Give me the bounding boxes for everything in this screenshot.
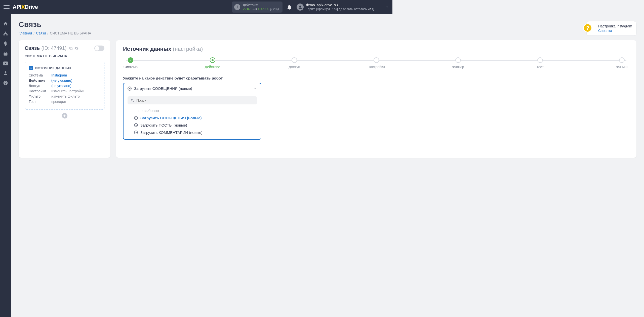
svg-point-6 bbox=[5, 71, 7, 73]
bell-icon[interactable] bbox=[287, 5, 292, 10]
svg-rect-4 bbox=[4, 53, 8, 56]
play-icon bbox=[128, 87, 132, 91]
src-action[interactable]: (не указано) bbox=[51, 78, 72, 83]
enable-toggle[interactable] bbox=[94, 46, 104, 51]
select-value: Загрузить СООБЩЕНИЯ (новые) bbox=[134, 86, 251, 91]
connection-summary-card: Связь (ID: 47491) СИСТЕМА НЕ ВЫБРАНА 1 И… bbox=[19, 40, 110, 158]
option-posts[interactable]: Загрузить ПОСТЫ (новые) bbox=[128, 122, 257, 129]
chevron-down-icon bbox=[385, 5, 389, 9]
actions-label: Действия: bbox=[243, 3, 279, 7]
user-tariff: Тариф |Премиум PRO| до оплаты осталось 2… bbox=[306, 7, 375, 11]
breadcrumb-home[interactable]: Главная bbox=[19, 31, 32, 35]
user-icon[interactable] bbox=[3, 70, 8, 75]
breadcrumb: Главная/Связи/СИСТЕМА НЕ ВЫБРАНА bbox=[19, 31, 392, 35]
play-icon bbox=[134, 131, 138, 134]
source-config-card: Источник данных (настройка) ✓Система Дей… bbox=[116, 40, 392, 158]
svg-rect-1 bbox=[5, 32, 6, 33]
action-select: Загрузить СООБЩЕНИЯ (новые) - не выбрано… bbox=[123, 83, 261, 140]
conn-subtitle: СИСТЕМА НЕ ВЫБРАНА bbox=[25, 54, 104, 58]
copy-icon[interactable] bbox=[69, 46, 73, 50]
src-filter[interactable]: изменить фильтр bbox=[51, 94, 80, 98]
select-dropdown: - не выбрано - Загрузить СООБЩЕНИЯ (новы… bbox=[124, 94, 261, 139]
step-access[interactable]: Доступ bbox=[287, 57, 302, 69]
app-header: APIXDrive i Действия: 22'078 из 100'000 … bbox=[0, 0, 392, 14]
source-box: 1 ИСТОЧНИК ДАННЫХ СистемаInstagram Дейст… bbox=[25, 62, 104, 109]
left-nav-rail bbox=[0, 14, 11, 194]
chevron-up-icon bbox=[253, 87, 257, 90]
briefcase-icon[interactable] bbox=[3, 51, 8, 56]
main-content: ? Настройка Instagram Справка Связь Глав… bbox=[11, 14, 392, 194]
info-icon: i bbox=[234, 4, 240, 10]
select-head[interactable]: Загрузить СООБЩЕНИЯ (новые) bbox=[124, 83, 261, 94]
card-title: Источник данных (настройка) bbox=[123, 46, 392, 52]
src-access[interactable]: (не указано) bbox=[51, 84, 71, 88]
dropdown-search[interactable] bbox=[128, 96, 257, 104]
src-test[interactable]: проверить bbox=[51, 100, 68, 104]
svg-point-9 bbox=[131, 99, 133, 101]
app-logo[interactable]: APIXDrive bbox=[13, 3, 38, 11]
breadcrumb-current: СИСТЕМА НЕ ВЫБРАНА bbox=[50, 31, 91, 35]
avatar-icon bbox=[297, 4, 304, 11]
step-settings[interactable]: Настройки bbox=[369, 57, 384, 69]
svg-rect-3 bbox=[6, 34, 8, 35]
search-icon bbox=[131, 99, 134, 102]
user-menu[interactable]: demo_apix-drive_s3 Тариф |Премиум PRO| д… bbox=[297, 3, 389, 11]
conn-title: Связь bbox=[25, 45, 40, 51]
actions-counter[interactable]: i Действия: 22'078 из 100'000 (22%) bbox=[232, 2, 282, 13]
conn-id: (ID: 47491) bbox=[41, 45, 66, 51]
svg-point-0 bbox=[299, 6, 301, 7]
play-icon bbox=[134, 123, 138, 127]
step-number-badge: 1 bbox=[29, 66, 33, 70]
src-system[interactable]: Instagram bbox=[51, 73, 67, 77]
play-icon bbox=[134, 116, 138, 120]
dollar-icon[interactable] bbox=[3, 41, 8, 46]
user-name: demo_apix-drive_s3 bbox=[306, 3, 375, 8]
option-placeholder[interactable]: - не выбрано - bbox=[128, 107, 257, 114]
home-icon[interactable] bbox=[3, 21, 8, 26]
youtube-icon[interactable] bbox=[3, 61, 8, 65]
option-messages[interactable]: Загрузить СООБЩЕНИЯ (новые) bbox=[128, 114, 257, 122]
page-title: Связь bbox=[19, 20, 392, 29]
logo-x-icon: X bbox=[21, 3, 25, 11]
source-head: ИСТОЧНИК ДАННЫХ bbox=[35, 66, 71, 70]
svg-rect-2 bbox=[4, 34, 5, 35]
step-system[interactable]: ✓Система bbox=[123, 57, 138, 69]
wizard-steps: ✓Система Действие Доступ Настройки Фильт… bbox=[123, 57, 392, 69]
actions-value: 22'078 из 100'000 (22%) bbox=[243, 7, 279, 11]
action-field-label: Укажите на какое действие будет срабатыв… bbox=[123, 76, 392, 80]
svg-rect-8 bbox=[70, 48, 72, 50]
src-settings[interactable]: изменить настройки bbox=[51, 89, 84, 93]
add-destination-button[interactable]: + bbox=[62, 113, 67, 118]
option-comments[interactable]: Загрузить КОММЕНТАРИИ (новые) bbox=[128, 129, 257, 136]
help-icon[interactable] bbox=[3, 81, 8, 86]
breadcrumb-links[interactable]: Связи bbox=[36, 31, 46, 35]
step-action[interactable]: Действие bbox=[205, 57, 220, 69]
search-input[interactable] bbox=[136, 98, 254, 102]
sitemap-icon[interactable] bbox=[3, 31, 8, 36]
gear-icon[interactable] bbox=[74, 46, 78, 50]
hamburger-icon[interactable] bbox=[4, 4, 10, 10]
